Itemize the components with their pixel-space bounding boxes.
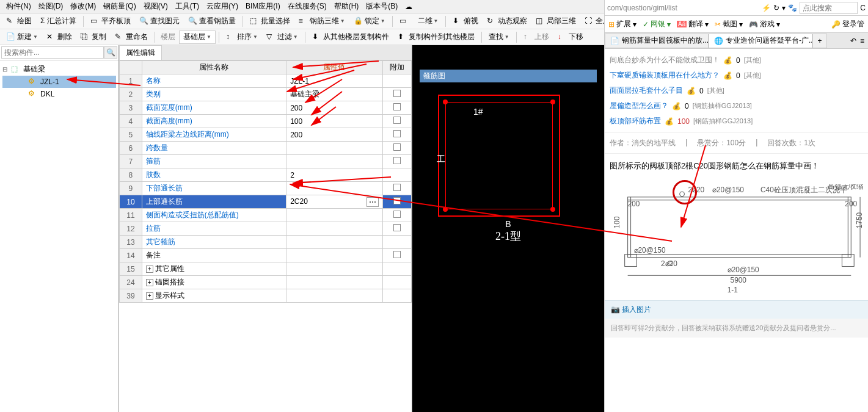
unknown-button-1[interactable]: ▭	[396, 15, 413, 28]
menu-icon[interactable]: ≡	[860, 37, 864, 45]
property-row[interactable]: 12拉筋	[120, 222, 412, 236]
menu-component[interactable]: 构件(N)	[2, 1, 35, 12]
addon-checkbox[interactable]	[393, 157, 401, 164]
property-row[interactable]: 2类别基础主梁	[120, 88, 412, 101]
property-row[interactable]: 3截面宽度(mm)200	[120, 101, 412, 115]
paw-icon: 🐾	[788, 4, 797, 12]
check-steel-button[interactable]: 🔍查看钢筋量	[184, 15, 239, 28]
ext-expand[interactable]: ⊞扩展▾	[608, 19, 636, 29]
addon-checkbox[interactable]	[393, 197, 401, 204]
expand-icon[interactable]: +	[146, 279, 153, 286]
copy-button[interactable]: ⿻复制	[77, 31, 110, 44]
property-row[interactable]: 1名称JZL-1	[120, 74, 412, 88]
search-input[interactable]	[1, 46, 104, 59]
ext-screenshot[interactable]: ✂截图▾	[715, 19, 743, 29]
menu-online[interactable]: 在线服务(S)	[284, 1, 330, 12]
expander-icon[interactable]: ⊟	[2, 66, 9, 73]
batch-select-button[interactable]: ⬚批量选择	[246, 15, 294, 28]
property-row[interactable]: 4截面高度(mm)100	[120, 115, 412, 128]
addon-checkbox[interactable]	[393, 251, 401, 258]
rename-button[interactable]: ✎重命名	[111, 31, 151, 44]
property-tab[interactable]: 属性编辑	[119, 45, 162, 60]
property-row[interactable]: 11侧面构造或受扭筋(总配筋值)	[120, 209, 412, 222]
menu-tools[interactable]: 工具(T)	[172, 1, 203, 12]
addon-checkbox[interactable]	[393, 143, 401, 151]
camera-icon[interactable]: C	[860, 4, 866, 12]
refresh-icon[interactable]: ↻	[773, 4, 779, 12]
draw-button[interactable]: ✎绘图	[2, 15, 35, 28]
copy-to-button[interactable]: ⬆复制构件到其他楼层	[394, 31, 478, 44]
addon-checkbox[interactable]	[393, 90, 401, 97]
property-row[interactable]: 13其它箍筋	[120, 236, 412, 249]
addon-checkbox[interactable]	[393, 211, 401, 218]
menu-draw[interactable]: 绘图(D)	[35, 1, 67, 12]
property-row[interactable]: 14备注	[120, 249, 412, 262]
list-item[interactable]: 间底台妙杀为什么不能做成卫围！ 💰0 [其他]	[610, 52, 863, 68]
lock-button[interactable]: 🔒锁定▼	[350, 15, 389, 28]
menu-rebar[interactable]: 钢筋量(Q)	[100, 1, 139, 12]
menu-modify[interactable]: 修改(M)	[67, 1, 100, 12]
2d-dropdown[interactable]: 二维▼	[414, 15, 442, 28]
undo-icon[interactable]: ↶	[850, 37, 856, 45]
expand-icon[interactable]: +	[146, 292, 153, 300]
property-row[interactable]: 6跨数量	[120, 142, 412, 155]
copy-from-button[interactable]: ⬇从其他楼层复制构件	[308, 31, 393, 44]
menu-bim[interactable]: BIM应用(I)	[242, 1, 284, 12]
move-up-button[interactable]: ↑上移	[520, 31, 553, 44]
tree-item-dkl[interactable]: ⚙ DKL	[2, 88, 116, 100]
ext-game[interactable]: 🎮游戏▾	[749, 19, 780, 29]
find-view-button[interactable]: 🔍查找图元	[136, 15, 183, 28]
addon-checkbox[interactable]	[393, 130, 401, 137]
menu-version[interactable]: 版本号(B)	[362, 1, 401, 12]
addon-checkbox[interactable]	[393, 117, 401, 124]
move-down-button[interactable]: ↓下移	[554, 31, 587, 44]
tree-item-jzl1[interactable]: ⚙ JZL-1	[2, 76, 116, 88]
delete-button[interactable]: ✕删除	[43, 31, 76, 44]
addon-checkbox[interactable]	[393, 103, 401, 110]
list-item[interactable]: 下室硬质铺装顶板用在什么地方？ 💰0 [其他]	[610, 68, 863, 83]
overview-button[interactable]: ⬇俯视	[449, 15, 482, 28]
dynamic-view-button[interactable]: ↻动态观察	[483, 15, 531, 28]
ext-translate[interactable]: Aá翻译▾	[677, 19, 709, 29]
list-item[interactable]: 板顶部环筋布置 💰100 [钢筋抽样GGJ2013]	[610, 114, 863, 129]
safe-icon[interactable]: ⚡	[762, 4, 771, 12]
property-row[interactable]: 24+ 锚固搭接	[120, 276, 412, 289]
insert-picture-button[interactable]: 📷 插入图片	[605, 300, 868, 319]
list-item[interactable]: 屋偏造型怎么画？ 💰0 [钢筋抽样GGJ2013]	[610, 98, 863, 114]
new-button[interactable]: 📄新建▼	[2, 31, 42, 44]
sort-button[interactable]: ↕排序▼	[222, 31, 261, 44]
property-row[interactable]: 15+ 其它属性	[120, 262, 412, 276]
property-row[interactable]: 39+ 显示样式	[120, 289, 412, 303]
addon-checkbox[interactable]	[393, 184, 401, 191]
tree-root[interactable]: ⊟ ⬚ 基础梁	[2, 63, 116, 76]
sum-button[interactable]: Σ 汇总计算	[37, 15, 80, 28]
property-row[interactable]: 9下部通长筋	[120, 182, 412, 195]
steel-3d-button[interactable]: ≡钢筋三维▼	[295, 15, 349, 28]
url-text[interactable]: com/question/giml/list	[607, 4, 759, 12]
browser-search-input[interactable]	[800, 2, 858, 14]
ellipsis-button[interactable]: ⋯	[367, 197, 379, 207]
find-button[interactable]: 查找▼	[485, 31, 513, 44]
property-row[interactable]: 10上部通长筋2C20⋯	[120, 195, 412, 209]
local-3d-button[interactable]: ◫局部三维	[532, 15, 580, 28]
tab-1[interactable]: 📄钢筋算量中圆筏板中的放...×	[605, 34, 709, 48]
menu-cloud-icon[interactable]: ☁	[401, 2, 416, 11]
menu-view[interactable]: 视图(V)	[140, 1, 172, 12]
menu-help[interactable]: 帮助(H)	[330, 1, 363, 12]
filter-button[interactable]: ▽过滤▼	[263, 31, 302, 44]
plane-button[interactable]: ▭平齐板顶	[87, 15, 134, 28]
expand-icon[interactable]: +	[146, 266, 153, 273]
property-row[interactable]: 8肢数2	[120, 168, 412, 182]
new-tab-button[interactable]: +	[812, 34, 827, 48]
property-row[interactable]: 5轴线距梁左边线距离(mm)200	[120, 128, 412, 142]
addon-checkbox[interactable]	[393, 224, 401, 231]
property-row[interactable]: 7箍筋	[120, 155, 412, 168]
list-item[interactable]: 面面层拉毛套什么子目 💰0 [其他]	[610, 83, 863, 98]
menu-cloud[interactable]: 云应用(Y)	[203, 1, 242, 12]
ext-login[interactable]: 🔑登录管	[831, 19, 864, 29]
search-go-button[interactable]: 🔍	[104, 46, 117, 59]
tab-2[interactable]: 🌐专业造价问题答疑平台-广...×	[709, 34, 812, 48]
base-floor-dropdown[interactable]: 基础层▼	[179, 31, 216, 44]
dropdown-icon[interactable]: ▾	[782, 4, 786, 12]
ext-bank[interactable]: ✓网银▾	[643, 19, 671, 29]
